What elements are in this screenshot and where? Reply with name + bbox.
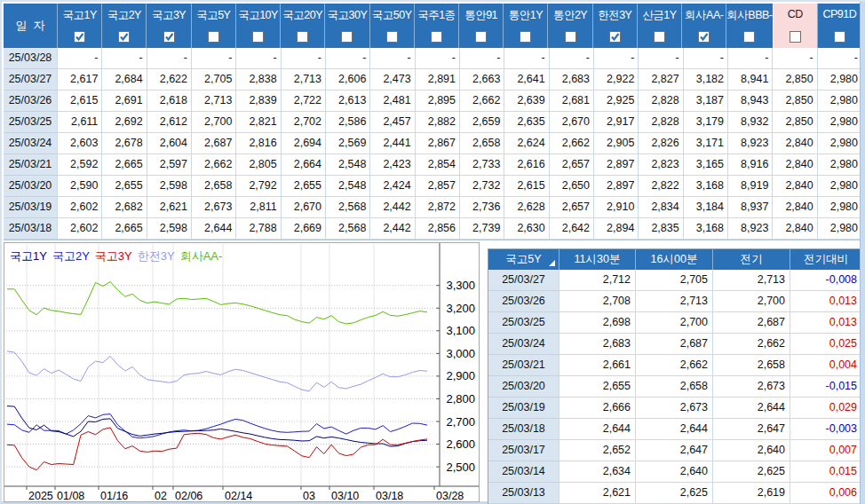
svg-text:2,600: 2,600 [446, 437, 475, 451]
quote-cell: 2,698 [559, 312, 635, 334]
column-checkbox-국고20Y[interactable] [297, 31, 308, 43]
quote-cell: 2,644 [559, 419, 635, 440]
yield-chart-panel: 3,3003,2003,1003,0002,9002,8002,7002,600… [4, 242, 480, 502]
column-label: 회사BBB- [726, 8, 772, 23]
quote-header-전기[interactable]: 전기 [712, 249, 790, 270]
yield-cell: 8,943 [727, 91, 772, 112]
yield-cell: 2,827 [638, 69, 682, 91]
column-checkbox-통안1Y[interactable] [520, 31, 531, 43]
quote-change-cell: 0,004 [790, 355, 861, 376]
column-label: 국고20Y [282, 8, 322, 23]
column-checkbox-회사BBB-[interactable] [743, 31, 755, 43]
yield-cell: 2,658 [191, 176, 235, 197]
column-header-국고5Y[interactable]: 국고5Y [191, 4, 235, 48]
yield-cell: 2,598 [147, 218, 191, 240]
quote-cell: 2,652 [559, 440, 635, 461]
yield-cell: 2,910 [593, 197, 638, 218]
column-header-국고1Y[interactable]: 국고1Y [57, 4, 101, 48]
column-checkbox-국주1종[interactable] [431, 31, 442, 43]
column-header-국고20Y[interactable]: 국고20Y [280, 4, 324, 48]
yield-cell: 2,822 [638, 176, 682, 197]
column-header-CP91D[interactable]: CP91D [817, 4, 861, 48]
column-header-국고2Y[interactable]: 국고2Y [101, 4, 146, 48]
yield-row-25/03/19: 25/03/192,6022,6822,6212,6732,8112,6702,… [4, 197, 861, 218]
quote-header-instrument[interactable]: 국고5Y [488, 249, 559, 270]
column-checkbox-산금1Y[interactable] [654, 31, 665, 43]
row-date: 25/03/27 [488, 270, 559, 291]
column-header-통안1Y[interactable]: 통안1Y [503, 4, 547, 48]
column-header-CD[interactable]: CD [773, 4, 817, 48]
date-column-header[interactable]: 일 자 [4, 4, 57, 48]
quote-change-cell: 0,029 [790, 398, 861, 419]
yield-cell: - [325, 48, 369, 69]
column-checkbox-CP91D[interactable] [834, 31, 845, 43]
row-date: 25/03/27 [4, 69, 57, 91]
column-header-회사AA-[interactable]: 회사AA- [681, 4, 726, 48]
column-header-국고30Y[interactable]: 국고30Y [324, 4, 369, 48]
yield-table-body: 25/03/28------------------25/03/272,6172… [4, 48, 861, 240]
yield-cell: 2,548 [325, 176, 369, 197]
legend-회사AA-: 회사AA- [180, 249, 223, 263]
yield-cell: 8,941 [727, 69, 772, 91]
yield-table-header: 일 자 국고1Y국고2Y국고3Y국고5Y국고10Y국고20Y국고30Y국고50Y… [4, 4, 861, 48]
column-header-한전3Y[interactable]: 한전3Y [592, 4, 637, 48]
yield-cell: 2,678 [101, 133, 146, 154]
yield-cell: - [101, 48, 146, 69]
quote-header-16시00분[interactable]: 16시00분 [635, 249, 712, 270]
svg-text:3,300: 3,300 [446, 279, 475, 292]
yield-cell: - [459, 48, 504, 69]
yield-cell: 2,683 [549, 69, 593, 91]
column-header-국고10Y[interactable]: 국고10Y [235, 4, 280, 48]
column-header-산금1Y[interactable]: 산금1Y [637, 4, 681, 48]
column-header-회사BBB-[interactable]: 회사BBB- [726, 4, 772, 48]
yield-cell: 2,821 [235, 112, 280, 133]
column-checkbox-국고30Y[interactable] [341, 31, 353, 43]
quote-cell: 2,713 [635, 291, 712, 312]
column-header-통안91[interactable]: 통안91 [458, 4, 503, 48]
column-checkbox-국고5Y[interactable] [208, 31, 219, 43]
svg-text:2,900: 2,900 [446, 369, 475, 382]
yield-cell: 2,980 [817, 218, 861, 240]
yield-cell: 8,932 [727, 112, 772, 133]
quote-header-11시30분[interactable]: 11시30분 [559, 249, 635, 270]
yield-cell: 2,684 [101, 69, 146, 91]
yield-cell: 2,840 [772, 218, 816, 240]
yield-cell: 2,739 [459, 218, 504, 240]
column-checkbox-국고1Y[interactable] [74, 31, 85, 43]
column-checkbox-국고2Y[interactable] [118, 31, 130, 43]
yield-cell: 8,923 [727, 218, 772, 240]
column-label: CD [788, 8, 803, 20]
column-checkbox-CD[interactable] [790, 31, 801, 43]
column-checkbox-한전3Y[interactable] [609, 31, 621, 43]
column-checkbox-국고10Y[interactable] [252, 31, 264, 43]
column-label: 국고5Y [196, 8, 230, 23]
column-checkbox-통안91[interactable] [475, 31, 487, 43]
column-header-국주1종[interactable]: 국주1종 [414, 4, 458, 48]
quote-header-전기대비[interactable]: 전기대비 [790, 249, 861, 270]
column-checkbox-국고50Y[interactable] [386, 31, 398, 43]
row-date: 25/03/26 [488, 291, 559, 312]
yield-cell: 2,481 [369, 91, 414, 112]
svg-text:03/28: 03/28 [436, 490, 464, 501]
yield-cell: 2,592 [57, 154, 101, 176]
yield-cell: 2,736 [459, 197, 504, 218]
quote-cell: 2,662 [712, 334, 790, 355]
yield-cell: 2,657 [549, 154, 593, 176]
row-date: 25/03/19 [4, 197, 57, 218]
column-header-국고50Y[interactable]: 국고50Y [369, 4, 414, 48]
column-checkbox-국고3Y[interactable] [163, 31, 175, 43]
column-label: 국고10Y [238, 8, 278, 23]
row-date: 25/03/18 [488, 419, 559, 440]
yield-cell: 2,662 [549, 133, 593, 154]
quote-change-cell: 0,015 [790, 461, 861, 483]
svg-text:03: 03 [303, 490, 315, 501]
column-header-통안2Y[interactable]: 통안2Y [547, 4, 591, 48]
column-checkbox-통안2Y[interactable] [565, 31, 576, 43]
vertical-scrollbar[interactable] [860, 2, 865, 504]
yield-row-25/03/24: 25/03/242,6032,6782,6042,6872,8162,6942,… [4, 133, 861, 154]
quote-change-cell: -0,015 [790, 376, 861, 398]
yield-cell: 2,655 [281, 176, 325, 197]
column-label: 국고2Y [107, 8, 141, 23]
column-checkbox-회사AA-[interactable] [698, 31, 710, 43]
column-header-국고3Y[interactable]: 국고3Y [146, 4, 190, 48]
